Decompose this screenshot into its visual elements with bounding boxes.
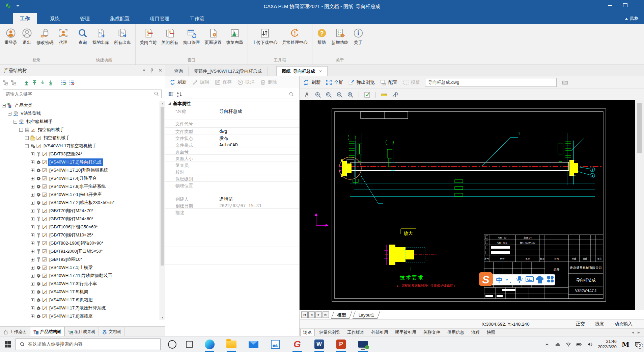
zoom-in-button[interactable] bbox=[314, 91, 321, 98]
tree-expander-plus-icon[interactable] bbox=[31, 250, 34, 253]
property-value[interactable]: 发布 bbox=[216, 134, 299, 141]
tree-item[interactable]: [VS40WH.17.4]升降平台 bbox=[0, 174, 159, 182]
status-mode-线宽[interactable]: 线宽 bbox=[595, 321, 604, 327]
ribbon-button-关闭当前[interactable]: 关闭当前 bbox=[138, 27, 159, 47]
tree-item[interactable]: [GB/T93]垫圈10* bbox=[0, 255, 159, 263]
sheet-nav-next-button[interactable]: ▶ bbox=[315, 311, 322, 318]
prop-toolbar-保存-button[interactable]: 保存 bbox=[215, 79, 232, 85]
tree-expander-plus-icon[interactable] bbox=[31, 290, 34, 294]
tree-expander-minus-icon[interactable] bbox=[13, 120, 17, 124]
ribbon-button-恢复布局[interactable]: 恢复布局 bbox=[224, 27, 246, 47]
viewer-tab-关联文件[interactable]: 关联文件 bbox=[421, 329, 443, 336]
property-value[interactable]: AutoCAD bbox=[216, 141, 299, 148]
action-center-button[interactable]: 2 bbox=[635, 342, 641, 347]
measure-distance-button[interactable] bbox=[381, 91, 388, 98]
input-method-indicator[interactable]: M bbox=[622, 340, 629, 349]
expand-tree-button[interactable] bbox=[11, 80, 17, 85]
ribbon-button-退出[interactable]: 退出 bbox=[20, 27, 34, 47]
menu-tab-集成配置[interactable]: 集成配置 bbox=[103, 13, 137, 24]
tree-expander-plus-icon[interactable] bbox=[31, 306, 34, 310]
viewer-tab-轻量化浏览[interactable]: 轻量化浏览 bbox=[316, 329, 343, 336]
ribbon-button-上传下载中心[interactable]: 上传下载中心 bbox=[250, 27, 280, 47]
move-top-button[interactable] bbox=[32, 80, 37, 85]
taskbar-clock[interactable]: 21:46 2022/3/20 bbox=[598, 339, 617, 350]
ribbon-button-查询[interactable]: 查询 bbox=[75, 27, 90, 47]
prop-toolbar-刷新-button[interactable]: 刷新 bbox=[169, 79, 187, 85]
ribbon-button-帮助[interactable]: ?帮助 bbox=[314, 27, 329, 47]
tree-scrollbar[interactable]: ▲ ▼ bbox=[160, 101, 165, 320]
property-filter-input[interactable] bbox=[185, 90, 296, 99]
viewer-tab-哪里被引用[interactable]: 哪里被引用 bbox=[393, 329, 419, 336]
ribbon-button-关于[interactable]: 关于 bbox=[351, 27, 366, 47]
tree-expander-minus-icon[interactable] bbox=[25, 144, 29, 148]
tree-expander-plus-icon[interactable] bbox=[31, 315, 34, 318]
move-up-button[interactable] bbox=[24, 80, 29, 85]
tree-expander-plus-icon[interactable] bbox=[31, 225, 34, 229]
viewer-toolbar-模板-button[interactable]: 模板 bbox=[402, 79, 420, 86]
category-view-icon[interactable] bbox=[168, 91, 174, 97]
minimize-button[interactable] bbox=[605, 0, 616, 10]
viewer-tab-借用信息[interactable]: 借用信息 bbox=[445, 329, 467, 336]
taskbar-app-caxa-icon[interactable]: G bbox=[291, 336, 303, 352]
tree-expander-minus-icon[interactable] bbox=[2, 104, 6, 107]
move-bottom-button[interactable] bbox=[48, 80, 54, 85]
ribbon-button-我的出库[interactable]: 我的出库 bbox=[90, 27, 112, 47]
property-value[interactable] bbox=[216, 175, 299, 181]
tree-item[interactable]: [GB/T1096]平键C50×60* bbox=[0, 223, 159, 231]
viewer-toolbar-全屏-button[interactable]: 全屏 bbox=[326, 79, 343, 86]
ribbon-button-新增功能[interactable]: 新增功能 bbox=[329, 27, 351, 47]
start-button[interactable] bbox=[0, 336, 16, 352]
sheet-nav-first-button[interactable]: |◀ bbox=[301, 311, 308, 318]
menu-tab-项目管理[interactable]: 项目管理 bbox=[143, 13, 176, 24]
tree-item[interactable]: 产品大类 bbox=[0, 101, 159, 109]
tree-expander-plus-icon[interactable] bbox=[31, 242, 34, 245]
tree-item[interactable]: 扣空箱机械手 bbox=[0, 134, 159, 142]
tree-item[interactable]: [VS40WH.17.10]升降拖链系统 bbox=[0, 166, 159, 174]
viewer-tabs-scroll-arrows[interactable]: ◀ ▶ bbox=[632, 331, 641, 334]
ribbon-button-所有出库[interactable]: 所有出库 bbox=[112, 27, 133, 47]
property-value[interactable] bbox=[216, 155, 299, 161]
tree-item[interactable]: [VS40WH.17.5]机架 bbox=[0, 288, 159, 296]
tree-expander-plus-icon[interactable] bbox=[31, 274, 34, 278]
markup-toggle-button[interactable] bbox=[364, 91, 371, 98]
tree-item[interactable]: [VS40WH.17.1]上横梁 bbox=[0, 263, 159, 272]
ribbon-button-异常处理中心[interactable]: 异常处理中心 bbox=[280, 27, 310, 47]
tree-item[interactable]: [VS40WH.17.2]导向杆总成 bbox=[0, 158, 159, 166]
taskbar-app-word-icon[interactable]: W bbox=[313, 336, 325, 352]
viewer-toolbar-配置-button[interactable]: 配置 bbox=[380, 79, 397, 86]
tree-search-input[interactable] bbox=[3, 90, 162, 98]
tree-item[interactable]: [GB/T70]螺钉M24×70* bbox=[0, 207, 159, 215]
tree-expander-plus-icon[interactable] bbox=[31, 282, 34, 286]
doc-tab-图纸_导向杆总成[interactable]: 图纸_导向杆总成× bbox=[276, 66, 328, 76]
status-mode-动态输入[interactable]: 动态输入 bbox=[614, 321, 633, 327]
sort-az-icon[interactable]: AZ bbox=[176, 91, 183, 97]
property-value[interactable] bbox=[216, 168, 299, 175]
tree-expander-minus-icon[interactable] bbox=[19, 128, 23, 132]
ribbon-button-重登录[interactable]: 重登录 bbox=[2, 27, 20, 47]
tree-item[interactable]: 扣空箱机械手 bbox=[0, 118, 159, 126]
tree-expander-plus-icon[interactable] bbox=[31, 193, 34, 197]
tree-item[interactable]: [GB/T91-2000]开口销5×50* bbox=[0, 247, 159, 255]
tree-item[interactable]: [VS40WH.17-1]光电开关座 bbox=[0, 191, 159, 199]
drawing-filename-input[interactable] bbox=[425, 78, 557, 87]
tree-item[interactable]: V法造型线 bbox=[0, 109, 159, 118]
prop-toolbar-取消-button[interactable]: 取消 bbox=[237, 79, 254, 85]
onedrive-cloud-icon[interactable] bbox=[555, 342, 561, 347]
tree-item[interactable]: [VS40WH.17.8]连接座 bbox=[0, 312, 159, 320]
section-collapse-icon[interactable] bbox=[168, 102, 171, 105]
prop-toolbar-编辑-button[interactable]: 编辑 bbox=[192, 79, 209, 85]
ribbon-button-关闭所有[interactable]: 关闭所有 bbox=[159, 27, 181, 47]
property-value[interactable]: 导向杆总成 bbox=[216, 107, 299, 120]
tree-item[interactable]: [VS40WH.17.3]行走小车 bbox=[0, 280, 159, 288]
panel-menu-icon[interactable] bbox=[143, 70, 145, 71]
sheet-nav-prev-button[interactable]: ◀ bbox=[308, 311, 315, 318]
wifi-icon[interactable] bbox=[566, 342, 571, 347]
ime-toolbar[interactable]: S 中 °， bbox=[479, 272, 555, 286]
tree-expander-plus-icon[interactable] bbox=[31, 152, 34, 156]
tree-item[interactable]: [VS40WH.17-2]感应板230×50×5* bbox=[0, 199, 159, 207]
tree-expander-plus-icon[interactable] bbox=[31, 258, 34, 261]
viewer-tab-浏览[interactable]: 浏览 bbox=[300, 329, 315, 336]
prop-toolbar-删除-button[interactable]: 删除 bbox=[260, 79, 277, 85]
ribbon-button-修改密码[interactable]: 修改密码 bbox=[34, 27, 56, 47]
taskbar-app-powerpoint-icon[interactable]: P bbox=[335, 336, 347, 352]
